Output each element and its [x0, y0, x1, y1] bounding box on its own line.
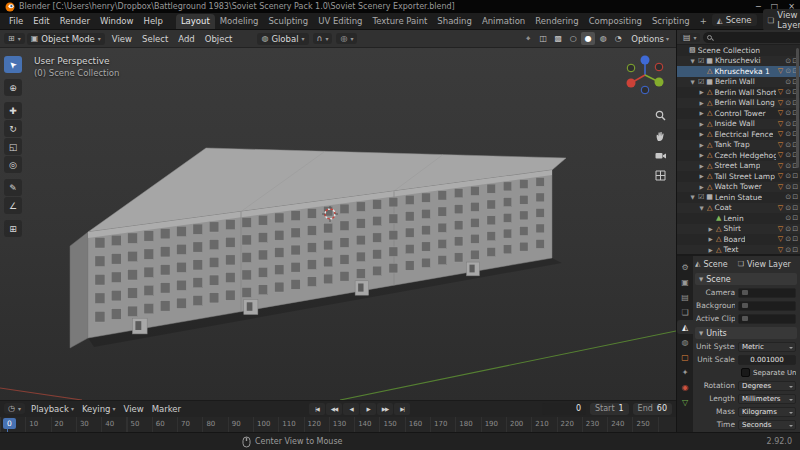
hide-eye-icon[interactable]: ⊙ [785, 151, 791, 159]
outliner-row[interactable]: ☑ Czech Hedgehog ▽ ⊙ ⊡ [677, 150, 800, 161]
modifiers-properties-icon[interactable]: ✦ [677, 365, 693, 379]
scene-selector[interactable]: ◭ Scene [712, 14, 757, 26]
hide-eye-icon[interactable]: ⊙ [785, 88, 791, 96]
view-layer-selector[interactable]: ❏ View Layer [763, 9, 800, 31]
hide-eye-icon[interactable]: ⊙ [785, 57, 791, 65]
mode-dropdown[interactable]: ▣Object Mode▾ [27, 33, 105, 45]
restriction-funnel-icon[interactable]: ▽ [778, 120, 783, 128]
breadcrumb-scene[interactable]: Scene [703, 260, 727, 269]
xray-toggle-icon[interactable]: ▩ [551, 32, 565, 45]
disclosure-triangle[interactable] [698, 142, 705, 148]
exclude-checkbox[interactable]: ☑ [698, 78, 704, 86]
scene-properties-icon[interactable]: ◭ [677, 320, 693, 334]
property-value[interactable]: Degrees [738, 381, 796, 391]
topbar-menu[interactable]: File [4, 14, 28, 28]
hide-eye-icon[interactable]: ⊙ [785, 120, 791, 128]
hide-eye-icon[interactable]: ⊙ [785, 78, 791, 86]
play-button[interactable]: ▶ [360, 403, 376, 415]
outliner-row[interactable]: ☑ Tank Trap ▽ ⊙ ⊡ [677, 140, 800, 151]
restriction-funnel-icon[interactable]: ▽ [778, 162, 783, 170]
viewport-3d[interactable]: User Perspective (0) Scene Collection ➤⊕… [0, 48, 676, 400]
disclosure-triangle[interactable] [689, 194, 696, 200]
disclosure-triangle[interactable] [698, 121, 705, 127]
restriction-funnel-icon[interactable]: ▽ [778, 235, 783, 243]
hide-eye-icon[interactable]: ⊙ [785, 235, 791, 243]
timeline-menu[interactable]: Playback▾ [27, 403, 78, 415]
topbar-menu[interactable]: Window [95, 14, 139, 28]
disclosure-triangle[interactable] [707, 226, 714, 232]
disclosure-triangle[interactable] [698, 89, 705, 95]
add-cube-tool[interactable]: ⊞ [4, 220, 22, 237]
hide-eye-icon[interactable]: ⊙ [785, 162, 791, 170]
shading-material-icon[interactable]: ◍ [596, 32, 610, 45]
restriction-funnel-icon[interactable]: ▽ [778, 183, 783, 191]
disable-render-icon[interactable]: ⊡ [792, 172, 798, 180]
outliner-row[interactable]: ☑ Tall Street Lamp ▽ ⊙ ⊡ [677, 171, 800, 182]
snap-toggle[interactable]: ∩▾ [313, 33, 333, 44]
topbar-menu[interactable]: Help [138, 14, 167, 28]
disclosure-triangle[interactable] [698, 100, 705, 106]
exclude-checkbox[interactable]: ☑ [698, 193, 704, 201]
jump-to-start-button[interactable]: |◀ [309, 403, 325, 415]
frame-start-field[interactable]: Start1 [590, 403, 629, 415]
3d-scene[interactable] [0, 48, 676, 400]
move-tool[interactable]: ✚ [4, 102, 22, 119]
restriction-funnel-icon[interactable]: ▽ [778, 172, 783, 180]
hide-eye-icon[interactable]: ⊙ [785, 109, 791, 117]
shading-wireframe-icon[interactable]: ○ [566, 32, 580, 45]
disclosure-triangle[interactable] [698, 152, 705, 158]
object-data-properties-icon[interactable]: ▽ [677, 395, 693, 409]
restriction-funnel-icon[interactable]: ▽ [778, 151, 783, 159]
hand-icon[interactable] [653, 128, 667, 142]
property-value[interactable]: 0.001000 [738, 355, 796, 365]
timeline-menu[interactable]: Marker▾ [148, 403, 185, 415]
disclosure-triangle[interactable] [707, 247, 714, 253]
outliner-row[interactable]: ☑ Shirt ▽ ⊙ ⊡ [677, 224, 800, 235]
outliner-row[interactable]: ☑ Control Tower ▽ ⊙ ⊡ [677, 108, 800, 119]
restriction-funnel-icon[interactable]: ▽ [778, 225, 783, 233]
next-keyframe-button[interactable]: ▶▶ [377, 403, 393, 415]
frame-end-field[interactable]: End60 [633, 403, 672, 415]
timeline-menu[interactable]: View▾ [120, 403, 148, 415]
property-value[interactable]: Metric [738, 342, 796, 352]
workspace-tab[interactable]: Animation [477, 14, 530, 29]
hide-eye-icon[interactable]: ⊙ [785, 183, 791, 191]
rotate-tool[interactable]: ↻ [4, 120, 22, 137]
outliner-search[interactable] [703, 32, 800, 43]
hide-eye-icon[interactable]: ⊙ [785, 193, 791, 201]
disclosure-triangle[interactable] [707, 236, 714, 242]
annotate-tool[interactable]: ✎ [4, 179, 22, 196]
disclosure-triangle[interactable] [698, 184, 705, 190]
breadcrumb-view-layer[interactable]: View Layer [747, 260, 791, 269]
restriction-funnel-icon[interactable]: ▽ [778, 141, 783, 149]
disable-render-icon[interactable]: ⊡ [792, 246, 798, 254]
disclosure-triangle[interactable] [689, 79, 696, 85]
shading-solid-icon[interactable]: ● [581, 32, 595, 45]
viewport-menu[interactable]: Add [173, 32, 199, 46]
object-properties-icon[interactable]: ▢ [677, 350, 693, 364]
workspace-tab[interactable]: Scripting [647, 14, 695, 29]
property-value[interactable] [738, 288, 796, 298]
restriction-funnel-icon[interactable]: ▽ [778, 99, 783, 107]
outliner-row[interactable]: ☑ Lenin ▽ ⊙ ⊡ [677, 213, 800, 224]
prev-keyframe-button[interactable]: ◀◀ [326, 403, 342, 415]
camera-view-icon[interactable] [653, 148, 667, 162]
disable-render-icon[interactable]: ⊡ [792, 235, 798, 243]
view-layer-properties-icon[interactable]: ❏ [677, 305, 693, 319]
transform-orientation-dropdown[interactable]: ◍Global▾ [257, 33, 308, 45]
property-value[interactable]: Kilograms [738, 407, 796, 417]
outliner-row[interactable]: ☑ Berlin Wall ▽ ⊙ ⊡ [677, 77, 800, 88]
exclude-checkbox[interactable]: ☑ [698, 57, 704, 65]
workspace-tab[interactable]: Compositing [584, 14, 647, 29]
panel-header-units[interactable]: ▼ Units [695, 327, 797, 339]
hide-eye-icon[interactable]: ⊙ [785, 130, 791, 138]
outliner-row[interactable]: ☑ Board ▽ ⊙ ⊡ [677, 234, 800, 245]
property-value[interactable]: Seconds [738, 420, 796, 430]
workspace-tab[interactable]: + [695, 14, 712, 29]
overlays-toggle-icon[interactable]: ◫ [536, 32, 550, 45]
measure-tool[interactable]: ∠ [4, 197, 22, 214]
navigation-gizmo[interactable] [622, 52, 668, 98]
hide-eye-icon[interactable]: ⊙ [785, 204, 791, 212]
disable-render-icon[interactable]: ⊡ [792, 193, 798, 201]
outliner-row[interactable]: ☑ Watch Tower ▽ ⊙ ⊡ [677, 182, 800, 193]
